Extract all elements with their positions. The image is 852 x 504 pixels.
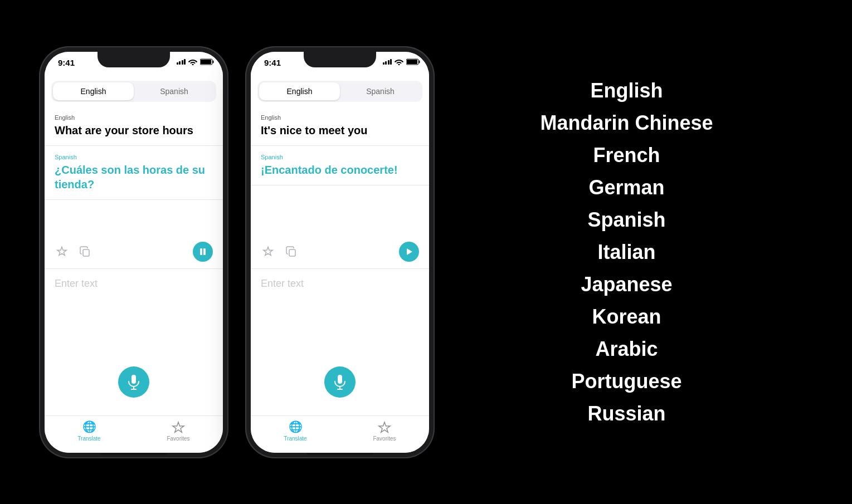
translation-area-2: English It's nice to meet you Spanish ¡E…	[251, 106, 429, 235]
svg-text:🌐: 🌐	[289, 420, 302, 433]
tab-translate-label-2: Translate	[284, 436, 306, 442]
tab-bar-1: 🌐 Translate Favorites	[45, 415, 223, 453]
copy-button-1[interactable]	[78, 244, 92, 259]
text-input-2[interactable]: Enter text	[261, 278, 419, 290]
source-block-1: English What are your store hours	[45, 106, 223, 146]
svg-rect-13	[289, 249, 295, 256]
status-icons-2	[383, 58, 421, 65]
source-text-2: It's nice to meet you	[261, 123, 419, 138]
favorite-button-2[interactable]	[261, 244, 275, 259]
home-indicator-2	[306, 453, 373, 455]
time-1: 9:41	[58, 58, 75, 67]
copy-button-2[interactable]	[284, 244, 299, 259]
svg-rect-12	[407, 60, 417, 64]
notch-1	[98, 52, 170, 67]
iphone-2: 9:41	[245, 46, 435, 458]
action-bar-2	[251, 235, 429, 269]
notch-2	[304, 52, 376, 67]
lang-item-japanese: Japanese	[581, 270, 672, 300]
home-indicator-1	[100, 453, 167, 455]
input-area-1: Enter text	[45, 269, 223, 415]
lang-item-french: French	[593, 140, 660, 170]
tab-spanish-1[interactable]: Spanish	[134, 82, 215, 100]
tab-favorites-2[interactable]: Favorites	[340, 420, 429, 442]
lang-tabs-2: English Spanish	[257, 81, 422, 102]
lang-item-german: German	[588, 173, 664, 203]
tab-english-2[interactable]: English	[259, 82, 340, 100]
wifi-icon-1	[188, 58, 197, 65]
battery-icon-1	[200, 58, 214, 65]
translate-icon-2: 🌐	[289, 420, 302, 434]
mic-button-2[interactable]	[324, 366, 356, 398]
favorite-button-1[interactable]	[55, 244, 69, 259]
target-text-1: ¿Cuáles son las horas de su tienda?	[55, 163, 213, 192]
tab-favorites-label-2: Favorites	[373, 436, 396, 442]
status-bar-1: 9:41	[45, 52, 223, 76]
translate-icon-1: 🌐	[82, 420, 96, 434]
target-lang-label-1: Spanish	[55, 154, 213, 160]
status-icons-1	[177, 58, 215, 65]
tab-translate-1[interactable]: 🌐 Translate	[45, 420, 134, 442]
source-lang-label-1: English	[55, 114, 213, 121]
action-bar-1	[45, 235, 223, 269]
tab-english-1[interactable]: English	[53, 82, 134, 100]
status-bar-2: 9:41	[251, 52, 429, 76]
tab-favorites-1[interactable]: Favorites	[134, 420, 223, 442]
target-block-1: Spanish ¿Cuáles son las horas de su tien…	[45, 146, 223, 200]
source-block-2: English It's nice to meet you	[251, 106, 429, 146]
svg-rect-11	[419, 60, 420, 63]
lang-item-spanish: Spanish	[587, 205, 665, 235]
lang-item-italian: Italian	[597, 237, 655, 267]
mic-button-1[interactable]	[118, 366, 149, 398]
action-icons-left-1	[55, 244, 92, 259]
playback-button-2[interactable]	[399, 242, 419, 262]
svg-rect-1	[213, 60, 214, 63]
signal-icon-2	[383, 59, 392, 65]
action-icons-left-2	[261, 244, 299, 259]
battery-icon-2	[406, 58, 420, 65]
tab-translate-label-1: Translate	[77, 436, 100, 442]
text-input-1[interactable]: Enter text	[55, 278, 213, 290]
target-text-2: ¡Encantado de conocerte!	[261, 163, 419, 177]
lang-item-arabic: Arabic	[595, 334, 658, 364]
target-block-2: Spanish ¡Encantado de conocerte!	[251, 146, 429, 185]
favorites-icon-2	[378, 420, 391, 434]
target-lang-label-2: Spanish	[261, 154, 419, 160]
svg-rect-5	[203, 248, 206, 255]
lang-item-mandarin: Mandarin Chinese	[540, 108, 713, 138]
lang-tabs-1: English Spanish	[51, 81, 216, 102]
tab-translate-2[interactable]: 🌐 Translate	[251, 420, 340, 442]
svg-rect-14	[338, 375, 342, 384]
svg-rect-3	[83, 249, 89, 256]
tab-spanish-2[interactable]: Spanish	[340, 82, 421, 100]
svg-rect-4	[200, 248, 202, 255]
svg-text:🌐: 🌐	[82, 420, 96, 433]
wifi-icon-2	[395, 58, 403, 65]
phones-container: 9:41	[0, 46, 435, 458]
lang-item-english: English	[590, 76, 663, 106]
source-lang-label-2: English	[261, 114, 419, 121]
tab-favorites-label-1: Favorites	[167, 436, 189, 442]
language-list: English Mandarin Chinese French German S…	[435, 76, 852, 429]
lang-item-russian: Russian	[587, 399, 665, 429]
playback-button-1[interactable]	[193, 242, 213, 262]
time-2: 9:41	[264, 58, 281, 67]
signal-icon-1	[177, 59, 186, 65]
svg-rect-6	[132, 375, 136, 384]
svg-rect-2	[201, 60, 211, 64]
source-text-1: What are your store hours	[55, 123, 213, 138]
favorites-icon-1	[172, 420, 185, 434]
iphone-1: 9:41	[39, 46, 228, 458]
tab-bar-2: 🌐 Translate Favorites	[251, 415, 429, 453]
translation-area-1: English What are your store hours Spanis…	[45, 106, 223, 235]
lang-item-portuguese: Portuguese	[571, 366, 681, 397]
input-area-2: Enter text	[251, 269, 429, 415]
lang-item-korean: Korean	[592, 302, 661, 332]
